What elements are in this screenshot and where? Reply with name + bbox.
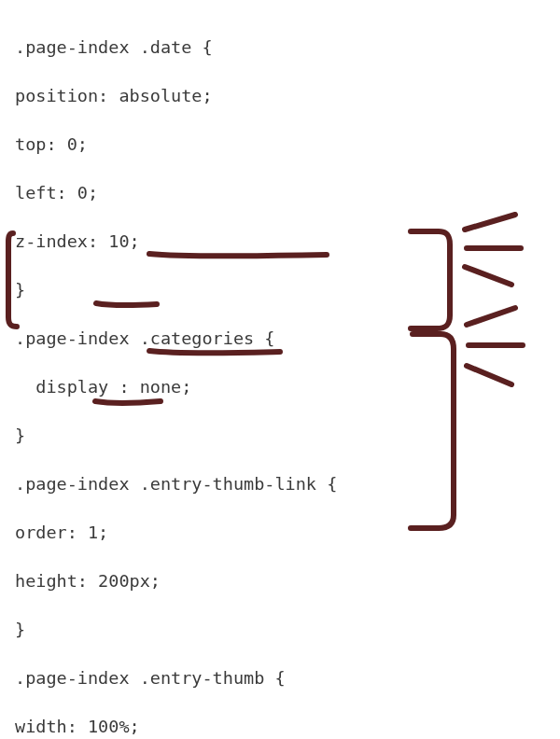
code-line: z-index: 10; (15, 230, 551, 254)
code-line: .page-index .entry-thumb-link { (15, 472, 551, 496)
code-line: top: 0; (15, 132, 551, 157)
code-line: left: 0; (15, 181, 551, 205)
code-line: width: 100%; (15, 715, 551, 739)
code-line: display : none; (15, 375, 551, 399)
code-line: } (15, 278, 551, 302)
code-line: } (15, 618, 551, 642)
code-line: .page-index .entry-thumb { (15, 666, 551, 690)
code-line: position: absolute; (15, 84, 551, 108)
code-line: } (15, 424, 551, 448)
css-code-block: .page-index .date { position: absolute; … (0, 0, 560, 739)
code-line: height: 200px; (15, 569, 551, 593)
code-line: .page-index .date { (15, 35, 551, 60)
code-line: order: 1; (15, 521, 551, 545)
code-line: .page-index .categories { (15, 327, 551, 351)
